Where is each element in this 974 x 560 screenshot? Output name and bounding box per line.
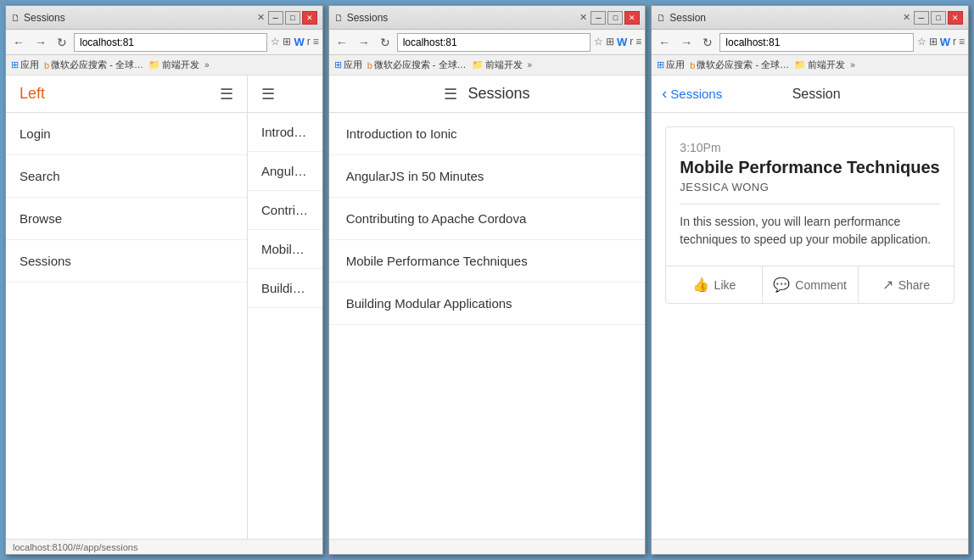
star-icon-2[interactable]: ☆ xyxy=(594,36,603,48)
partial-item-1[interactable]: AngularJS in 50 Minutes xyxy=(248,152,322,191)
reload-btn-2[interactable]: ↻ xyxy=(377,34,394,51)
partial-item-3[interactable]: Mobile Pe… xyxy=(248,230,322,269)
session-name: Mobile Performance Techniques xyxy=(680,158,940,177)
session-description: In this session, you will learn performa… xyxy=(680,213,940,249)
nav-item-search[interactable]: Search xyxy=(6,155,247,198)
minimize-btn-2[interactable]: ─ xyxy=(591,11,606,25)
back-nav-btn-2[interactable]: ← xyxy=(333,34,351,51)
reload-btn-1[interactable]: ↻ xyxy=(53,34,70,51)
session-card-body: 3:10Pm Mobile Performance Techniques JES… xyxy=(666,127,954,266)
close-btn-1[interactable]: ✕ xyxy=(302,11,317,25)
bing-label-3: 微软必应搜索 - 全球… xyxy=(697,59,789,71)
frontend-bookmark-2[interactable]: 📁 前端开发 xyxy=(472,59,523,71)
left-header: Left ☰ xyxy=(6,76,247,113)
apps-bookmark-2[interactable]: ⊞ 应用 xyxy=(334,59,362,71)
forward-nav-btn-1[interactable]: → xyxy=(31,34,50,51)
back-nav-btn-3[interactable]: ← xyxy=(655,34,674,51)
maximize-btn-3[interactable]: □ xyxy=(931,11,946,25)
maximize-btn-2[interactable]: □ xyxy=(607,11,623,25)
session-card: 3:10Pm Mobile Performance Techniques JES… xyxy=(665,126,954,304)
apps-bookmark-3[interactable]: ⊞ 应用 xyxy=(657,59,685,71)
comment-label: Comment xyxy=(795,278,847,292)
more-bookmarks-2[interactable]: » xyxy=(528,60,533,70)
session-item-0[interactable]: Introduction to Ionic xyxy=(329,113,646,155)
more-bookmarks-3[interactable]: » xyxy=(850,60,855,70)
session-detail-content: ‹ Sessions Session 3:10Pm Mobile Perform… xyxy=(652,76,968,539)
frontend-label-3: 前端开发 xyxy=(808,59,845,71)
session-time: 3:10Pm xyxy=(680,141,940,154)
session-item-4[interactable]: Building Modular Applications xyxy=(329,283,646,325)
tab-close-1[interactable]: ✕ xyxy=(257,12,265,23)
reload-btn-3[interactable]: ↻ xyxy=(699,34,716,51)
window-title-3: Session xyxy=(669,12,899,24)
grid-icon-2[interactable]: ⊞ xyxy=(606,36,614,48)
address-bar-3[interactable] xyxy=(719,33,913,52)
forward-nav-btn-2[interactable]: → xyxy=(355,34,373,51)
apps-icon-1: ⊞ xyxy=(11,59,19,70)
frontend-bookmark-3[interactable]: 📁 前端开发 xyxy=(794,59,845,71)
share-button[interactable]: ↗ Share xyxy=(859,266,954,303)
tab-close-2[interactable]: ✕ xyxy=(579,12,587,23)
hamburger-icon-left[interactable]: ☰ xyxy=(220,85,233,104)
menu-icon-2[interactable]: ≡ xyxy=(635,36,641,48)
back-arrow-icon: ‹ xyxy=(662,85,667,103)
apps-label-2: 应用 xyxy=(344,59,362,71)
address-bar-2[interactable] xyxy=(397,33,591,52)
session-item-2[interactable]: Contributing to Apache Cordova xyxy=(329,198,646,240)
frontend-bookmark-1[interactable]: 📁 前端开发 xyxy=(148,59,199,71)
apps-label-3: 应用 xyxy=(666,59,685,71)
bookmarks-bar-2: ⊞ 应用 b 微软必应搜索 - 全球… 📁 前端开发 » xyxy=(329,55,646,76)
bing-bookmark-2[interactable]: b 微软必应搜索 - 全球… xyxy=(367,59,467,71)
back-nav-btn-1[interactable]: ← xyxy=(9,34,28,51)
page-icon-2: 🗋 xyxy=(334,13,344,23)
maximize-btn-1[interactable]: □ xyxy=(285,11,300,25)
folder-icon-3: 📁 xyxy=(794,59,806,70)
browser-window-3: 🗋 Session ✕ ─ □ ✕ ← → ↻ ☆ ⊞ W r ≡ ⊞ 应用 b… xyxy=(651,5,969,555)
comment-button[interactable]: 💬 Comment xyxy=(763,266,859,303)
page-icon-3: 🗋 xyxy=(657,13,666,23)
sessions-list-partial: Introduction to Ionic AngularJS in 50 Mi… xyxy=(248,113,322,308)
menu-icon-3[interactable]: ≡ xyxy=(959,36,965,48)
partial-item-2[interactable]: Contributing to Apache Cordova xyxy=(248,191,322,230)
grid-icon-1[interactable]: ⊞ xyxy=(283,36,291,48)
tab-close-3[interactable]: ✕ xyxy=(903,12,910,23)
nav-item-login[interactable]: Login xyxy=(6,113,247,155)
nav-item-browse[interactable]: Browse xyxy=(6,198,247,240)
apps-icon-2: ⊞ xyxy=(334,59,342,70)
session-item-1[interactable]: AngularJS in 50 Minutes xyxy=(329,155,646,198)
detail-page-title: Session xyxy=(732,87,968,102)
close-btn-3[interactable]: ✕ xyxy=(948,11,963,25)
sessions-header: ☰ Sessions xyxy=(329,76,646,113)
forward-nav-btn-3[interactable]: → xyxy=(677,34,696,51)
minimize-btn-1[interactable]: ─ xyxy=(268,11,283,25)
session-item-3[interactable]: Mobile Performance Techniques xyxy=(329,240,646,283)
more-bookmarks-1[interactable]: » xyxy=(204,60,210,70)
apps-bookmark-1[interactable]: ⊞ 应用 xyxy=(11,59,39,71)
menu-icon-1[interactable]: ≡ xyxy=(313,36,319,48)
sessions-list: Introduction to Ionic AngularJS in 50 Mi… xyxy=(329,113,646,539)
read-icon-2: r xyxy=(630,36,633,48)
hamburger-icon-sessions[interactable]: ☰ xyxy=(444,85,457,104)
read-icon-1: r xyxy=(307,36,311,48)
close-btn-2[interactable]: ✕ xyxy=(624,11,640,25)
win-controls-3: ─ □ ✕ xyxy=(914,11,963,25)
minimize-btn-3[interactable]: ─ xyxy=(914,11,929,25)
title-bar-1: 🗋 Sessions ✕ ─ □ ✕ xyxy=(6,6,322,30)
left-panel: Left ☰ Login Search Browse Sessions xyxy=(6,76,248,539)
bookmarks-bar-3: ⊞ 应用 b 微软必应搜索 - 全球… 📁 前端开发 » xyxy=(652,55,968,76)
star-icon-1[interactable]: ☆ xyxy=(271,36,280,48)
win-controls-2: ─ □ ✕ xyxy=(591,11,640,25)
nav-item-sessions[interactable]: Sessions xyxy=(6,240,247,283)
address-bar-1[interactable] xyxy=(74,33,267,52)
word-icon-2: W xyxy=(617,36,627,48)
star-icon-3[interactable]: ☆ xyxy=(917,36,926,48)
hamburger-icon-right[interactable]: ☰ xyxy=(261,85,275,104)
grid-icon-3[interactable]: ⊞ xyxy=(929,36,938,48)
bing-bookmark-3[interactable]: b 微软必应搜索 - 全球… xyxy=(690,59,789,71)
back-button[interactable]: ‹ Sessions xyxy=(652,85,732,103)
bing-bookmark-1[interactable]: b 微软必应搜索 - 全球… xyxy=(44,59,143,71)
nav-list: Login Search Browse Sessions xyxy=(6,113,247,283)
partial-item-4[interactable]: Building M… xyxy=(248,269,322,308)
like-button[interactable]: 👍 Like xyxy=(666,266,762,303)
partial-item-0[interactable]: Introduction to Ionic xyxy=(248,113,322,152)
